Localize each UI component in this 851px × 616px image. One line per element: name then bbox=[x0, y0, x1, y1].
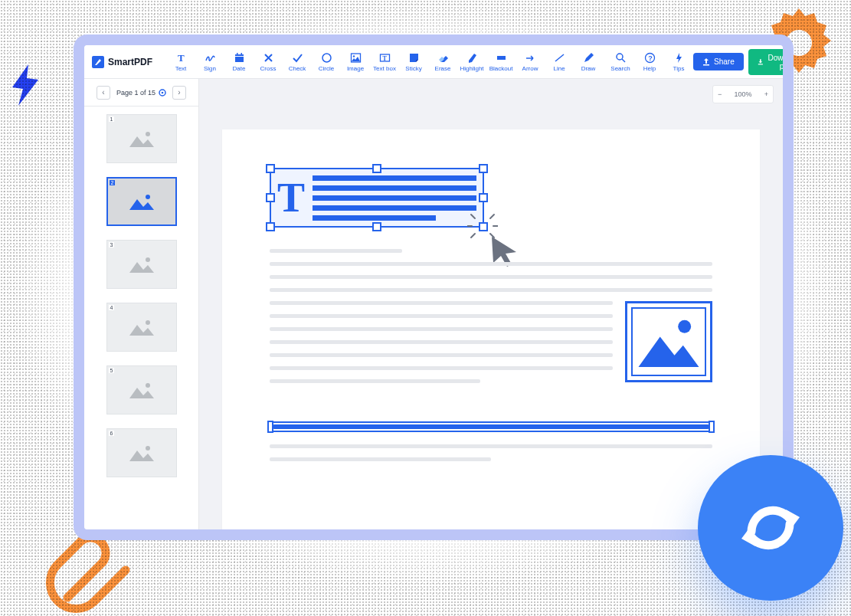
line-selection[interactable] bbox=[270, 421, 712, 432]
text-icon: T bbox=[175, 52, 187, 64]
resize-handle-e[interactable] bbox=[479, 193, 488, 202]
tool-arrow[interactable]: Arrow bbox=[516, 48, 545, 77]
tool-label: Arrow bbox=[522, 65, 538, 72]
resize-handle-e[interactable] bbox=[709, 421, 715, 433]
share-label: Share bbox=[714, 57, 735, 66]
date-icon bbox=[234, 52, 245, 64]
thumbnail-page-6[interactable]: 6 bbox=[106, 428, 177, 477]
tool-draw[interactable]: Draw bbox=[574, 48, 603, 77]
svg-text:?: ? bbox=[648, 54, 653, 62]
tool-highlight[interactable]: Highlight bbox=[457, 48, 486, 77]
brand-icon bbox=[92, 56, 104, 68]
resize-handle-ne[interactable] bbox=[479, 164, 488, 173]
svg-point-23 bbox=[146, 257, 150, 262]
svg-line-14 bbox=[622, 59, 625, 62]
tool-tips[interactable]: Tips bbox=[664, 48, 693, 77]
tool-label: Blackout bbox=[489, 65, 513, 72]
prev-page-button[interactable]: ‹ bbox=[97, 86, 110, 100]
tool-date[interactable]: Date bbox=[224, 48, 254, 77]
page-paper[interactable]: T bbox=[222, 129, 760, 529]
svg-point-6 bbox=[322, 54, 331, 62]
svg-rect-5 bbox=[241, 53, 242, 55]
tool-label: Erase bbox=[435, 65, 451, 72]
tool-list-secondary: Search?HelpTips bbox=[606, 48, 693, 77]
download-button[interactable]: Download pdf bbox=[748, 49, 794, 75]
svg-rect-11 bbox=[497, 56, 506, 60]
tool-label: Image bbox=[347, 65, 364, 72]
tool-text[interactable]: TText bbox=[166, 48, 195, 77]
tool-check[interactable]: Check bbox=[283, 48, 312, 77]
erase-icon bbox=[437, 52, 449, 64]
thumbnail-page-2[interactable]: 2 bbox=[106, 177, 177, 226]
tool-label: Cross bbox=[260, 65, 277, 72]
tool-erase[interactable]: Erase bbox=[428, 48, 457, 77]
sticky-icon bbox=[408, 52, 420, 64]
svg-point-26 bbox=[146, 446, 150, 451]
resize-handle-w[interactable] bbox=[266, 193, 275, 202]
svg-point-24 bbox=[146, 320, 150, 325]
resize-handle-sw[interactable] bbox=[266, 222, 275, 231]
download-label: Download pdf bbox=[767, 54, 794, 70]
tool-label: Draw bbox=[581, 65, 596, 72]
zoom-control: − 100% + bbox=[712, 85, 774, 103]
svg-rect-17 bbox=[703, 64, 709, 66]
zoom-in-button[interactable]: + bbox=[764, 90, 768, 98]
tool-search[interactable]: Search bbox=[606, 48, 635, 77]
thumb-number: 4 bbox=[109, 305, 115, 310]
body-text bbox=[270, 249, 712, 461]
sync-badge bbox=[698, 455, 843, 601]
tool-textbox[interactable]: TText box bbox=[370, 48, 399, 77]
svg-line-31 bbox=[471, 234, 475, 238]
thumb-number: 3 bbox=[109, 242, 115, 247]
tool-label: Tips bbox=[673, 65, 685, 72]
resize-handle-s[interactable] bbox=[372, 222, 381, 231]
toolbar: SmartPDF TTextSignDateCrossCheckCircleIm… bbox=[84, 45, 783, 79]
tool-blackout[interactable]: Blackout bbox=[486, 48, 516, 77]
tool-line[interactable]: Line bbox=[545, 48, 574, 77]
svg-line-12 bbox=[555, 54, 564, 61]
image-icon bbox=[128, 317, 155, 337]
image-placeholder[interactable] bbox=[625, 301, 712, 382]
svg-text:T: T bbox=[178, 52, 185, 64]
svg-point-21 bbox=[146, 132, 150, 136]
thumbnail-page-4[interactable]: 4 bbox=[106, 303, 177, 352]
tool-sticky[interactable]: Sticky bbox=[399, 48, 428, 77]
resize-handle-w[interactable] bbox=[267, 421, 273, 433]
textbox-icon: T bbox=[379, 52, 391, 64]
line-icon bbox=[554, 52, 565, 64]
tool-image[interactable]: Image bbox=[341, 48, 370, 77]
thumb-number: 1 bbox=[109, 116, 115, 122]
zoom-out-button[interactable]: − bbox=[718, 90, 722, 98]
thumbnail-page-1[interactable]: 1 bbox=[106, 114, 177, 163]
next-page-button[interactable]: › bbox=[172, 86, 186, 100]
thumb-number: 2 bbox=[110, 180, 116, 185]
svg-point-25 bbox=[146, 383, 150, 388]
zoom-value: 100% bbox=[734, 90, 751, 98]
thumbnail-page-3[interactable]: 3 bbox=[106, 240, 177, 289]
tool-sign[interactable]: Sign bbox=[195, 48, 224, 77]
textbox-selection[interactable]: T bbox=[270, 168, 484, 228]
tool-help[interactable]: ?Help bbox=[635, 48, 664, 77]
page-nav: ‹ Page 1 of 15 › bbox=[84, 79, 199, 106]
thumbnail-page-5[interactable]: 5 bbox=[106, 365, 177, 414]
brand-name: SmartPDF bbox=[108, 57, 152, 67]
resize-handle-n[interactable] bbox=[372, 164, 381, 173]
svg-point-13 bbox=[617, 54, 623, 60]
svg-rect-4 bbox=[237, 53, 238, 55]
draw-icon bbox=[583, 52, 594, 64]
share-button[interactable]: Share bbox=[693, 53, 744, 70]
page-indicator: Page 1 of 15 bbox=[116, 89, 166, 97]
svg-rect-2 bbox=[235, 54, 244, 62]
image-icon bbox=[128, 380, 155, 400]
svg-line-30 bbox=[490, 215, 494, 218]
tool-cross[interactable]: Cross bbox=[254, 48, 283, 77]
tool-list: TTextSignDateCrossCheckCircleImageTText … bbox=[166, 48, 603, 77]
resize-handle-nw[interactable] bbox=[266, 164, 275, 173]
sign-icon bbox=[205, 52, 216, 64]
thumbnail-sidebar: 123456 bbox=[84, 106, 199, 529]
search-icon bbox=[615, 52, 627, 64]
tool-circle[interactable]: Circle bbox=[312, 48, 341, 77]
tool-label: Sticky bbox=[405, 65, 421, 72]
help-icon: ? bbox=[644, 52, 656, 64]
lightning-icon bbox=[3, 61, 49, 107]
